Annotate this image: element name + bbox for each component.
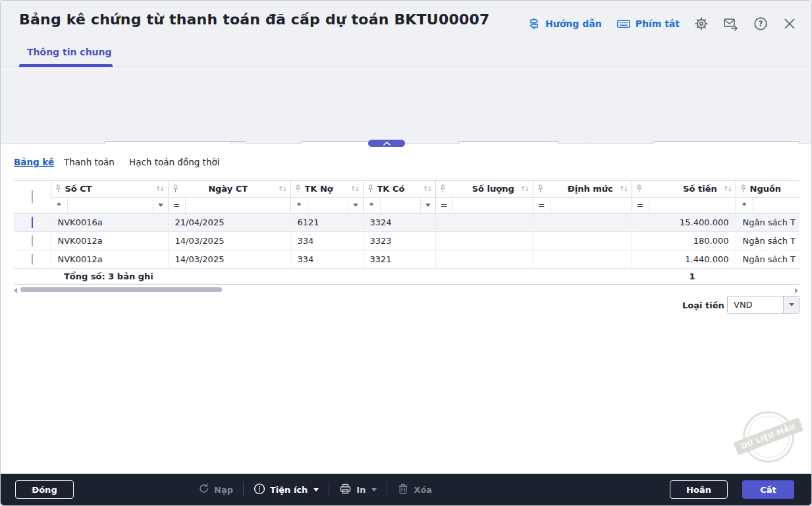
tab-bang-ke[interactable]: Bảng kê [14,157,54,167]
chevron-down-icon[interactable] [783,296,799,313]
postpone-button[interactable]: Hoãn [670,480,728,499]
app-window: Bảng kê chứng từ thanh toán đã cấp dự to… [0,0,812,506]
sort-icon[interactable]: ↑↓ [350,185,359,192]
currency-label: Loại tiền [682,300,724,310]
header-actions: Hướng dẫn Phím tắt [528,14,797,34]
filter-row: * = * * = [14,198,799,213]
pin-icon[interactable] [367,184,373,193]
tab-thong-tin-chung[interactable]: Thông tin chung [27,47,112,57]
table-summary: Tổng số: 3 bản ghi 1 [14,269,799,285]
toolbar-divider [329,482,329,497]
page-title: Bảng kê chứng từ thanh toán đã cấp dự to… [19,11,489,28]
filter-dropdown-icon[interactable] [420,198,435,213]
scroll-right-icon[interactable] [795,288,798,293]
record-count: Tổng số: 3 bản ghi [64,271,153,281]
tab-hach-toan-dong-thoi[interactable]: Hạch toán đồng thời [129,157,219,167]
sort-icon[interactable]: ↑↓ [278,185,286,192]
toolbar-divider [387,482,387,497]
filter-operator[interactable]: = [169,198,186,213]
printer-icon [339,483,352,497]
reload-button[interactable]: Nạp [198,483,233,496]
pin-icon[interactable] [173,184,178,193]
shortcut-label: Phím tắt [636,18,680,29]
sort-icon[interactable]: ↑↓ [619,185,628,192]
filter-operator[interactable]: = [436,198,453,213]
column-header-nguon[interactable]: Nguồn [736,181,799,198]
currency-value: VND [728,300,783,310]
filter-dropdown-icon[interactable] [153,198,168,213]
scroll-left-icon[interactable] [14,288,17,293]
filter-input-so-ct[interactable] [68,198,153,213]
pin-icon[interactable] [295,184,301,193]
voucher-table: Số CT ↑↓ Ngày CT ↑↓ TK Nợ ↑↓ TK Có ↑↓ [14,180,799,294]
trash-icon [397,483,409,497]
sample-data-watermark: DỮ LIỆU MẪU [731,399,806,474]
tab-thanh-toan[interactable]: Thanh toán [64,157,115,167]
row-checkbox[interactable] [32,254,33,265]
filter-input-so-luong[interactable] [453,198,533,213]
sort-icon[interactable]: ↑↓ [155,185,164,192]
gear-icon[interactable] [694,16,709,31]
pin-icon[interactable] [55,184,61,193]
row-checkbox[interactable] [32,217,33,228]
filter-dropdown-icon[interactable] [348,198,363,213]
detail-tabs: Bảng kê Thanh toán Hạch toán đồng thời L… [1,144,811,180]
currency-select[interactable]: VND [727,296,799,314]
chevron-up-icon [383,142,391,146]
filter-operator[interactable]: = [632,198,649,213]
sort-icon[interactable]: ↑↓ [423,185,431,192]
filter-form: Khoảng thời gian Tùy chọn Từ ngày Đến ng… [1,67,811,144]
select-all-checkbox[interactable] [32,190,33,204]
column-header-dinh-muc[interactable]: Định mức ↑↓ [533,181,632,198]
row-checkbox[interactable] [32,235,33,246]
filter-operator[interactable]: = [533,198,551,213]
chevron-down-icon [371,488,377,492]
svg-text:?: ? [759,19,763,28]
utilities-button[interactable]: Tiện ích [254,483,319,497]
sort-icon[interactable]: ↑↓ [723,185,732,192]
guide-link[interactable]: Hướng dẫn [528,17,602,30]
filter-operator[interactable]: * [364,198,381,213]
close-icon[interactable] [782,16,797,31]
shortcut-link[interactable]: Phím tắt [616,17,680,30]
chevron-down-icon [313,488,319,492]
table-row[interactable]: NVK0012a 14/03/2025 334 3323 180.000 Ngâ… [14,232,799,250]
filter-input-ngay-ct[interactable] [186,198,290,213]
column-header-so-tien[interactable]: Số tiền ↑↓ [632,181,736,198]
filter-input-dinh-muc[interactable] [551,198,632,213]
help-icon[interactable]: ? [753,16,768,31]
pin-icon[interactable] [440,184,446,193]
filter-input-tk-no[interactable] [308,198,348,213]
send-mail-icon[interactable] [723,16,739,31]
horizontal-scrollbar[interactable] [14,286,799,294]
table-row[interactable]: NVK0016a 21/04/2025 6121 3324 15.400.000… [14,213,799,232]
filter-input-so-tien[interactable] [649,198,736,213]
column-header-so-ct[interactable]: Số CT ↑↓ [51,181,168,198]
collapse-panel-button[interactable] [368,140,405,147]
column-header-ngay-ct[interactable]: Ngày CT ↑↓ [168,181,290,198]
sort-icon[interactable]: ↑↓ [520,185,529,192]
table-row[interactable]: NVK0012a 14/03/2025 334 3321 1.440.000 N… [14,250,799,269]
filter-input-tk-co[interactable] [381,198,420,213]
utilities-icon [254,483,265,497]
filter-operator[interactable]: * [736,198,753,213]
print-button[interactable]: In [339,483,377,497]
column-header-tk-co[interactable]: TK Có ↑↓ [363,181,435,198]
pin-icon[interactable] [636,184,642,193]
filter-input-nguon[interactable] [753,198,800,213]
column-header-so-luong[interactable]: Số lượng ↑↓ [435,181,533,198]
column-header-tk-no[interactable]: TK Nợ ↑↓ [290,181,363,198]
delete-button[interactable]: Xóa [397,483,432,497]
close-button[interactable]: Đóng [15,480,74,499]
footer-tools: Nạp Tiện ích [198,474,432,505]
keyboard-icon [616,17,631,30]
filter-operator[interactable]: * [51,198,68,213]
pin-icon[interactable] [740,184,746,193]
pin-icon[interactable] [537,184,543,193]
window-header: Bảng kê chứng từ thanh toán đã cấp dự to… [1,1,811,67]
save-button[interactable]: Cất [742,480,794,499]
filter-operator[interactable]: * [291,198,308,213]
toolbar-divider [243,482,244,497]
scrollbar-thumb[interactable] [20,287,222,292]
page-number: 1 [672,271,712,281]
